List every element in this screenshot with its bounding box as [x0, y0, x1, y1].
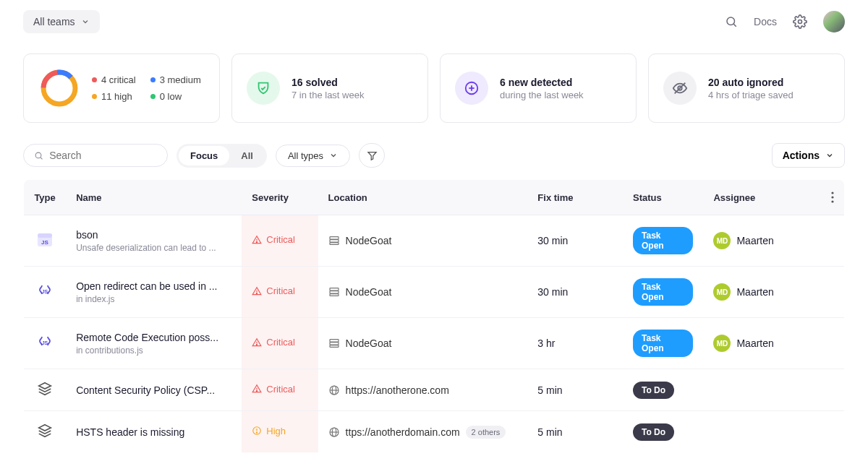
location-cell: NodeGoat [328, 286, 518, 298]
filter-button[interactable] [359, 143, 385, 168]
th-assignee: Assignee [703, 180, 820, 215]
ignored-card: 20 auto ignored 4 hrs of triage saved [648, 53, 845, 123]
new-detected-card: 6 new detected during the last week [440, 53, 637, 123]
severity-legend: 4 critical 3 medium 11 high 0 low [92, 74, 201, 102]
avatar[interactable] [823, 11, 845, 33]
svg-marker-43 [39, 425, 51, 431]
eye-off-icon [663, 72, 697, 105]
issue-name: Content Security Policy (CSP... [76, 384, 231, 396]
table-row[interactable]: HSTS header is missing High ttps://anoth… [24, 411, 845, 453]
status-pill: To Do [633, 423, 674, 441]
severity-summary-card: 4 critical 3 medium 11 high 0 low [23, 53, 220, 123]
type-icon: JS [36, 283, 54, 300]
search-input[interactable] [49, 150, 157, 161]
assignee: MDMaarten [713, 232, 810, 249]
svg-text:JS: JS [42, 289, 48, 294]
fix-time: 5 min [527, 369, 623, 411]
actions-button[interactable]: Actions [772, 143, 845, 168]
severity-label: High [252, 426, 286, 436]
search-button[interactable] [725, 15, 738, 28]
svg-line-12 [41, 157, 42, 158]
severity-donut [38, 67, 80, 109]
ignored-sub: 4 hrs of triage saved [708, 90, 793, 100]
legend-critical: 4 critical [92, 74, 136, 85]
svg-rect-18 [38, 233, 52, 238]
legend-low: 0 low [150, 91, 201, 102]
solved-card: 16 solved 7 in the last week [231, 53, 428, 123]
svg-point-0 [727, 17, 735, 25]
severity-label: Critical [252, 384, 295, 395]
issue-sub: in contributions.js [76, 345, 231, 356]
topbar-right: Docs [725, 11, 845, 33]
types-filter[interactable]: All types [276, 145, 350, 167]
chevron-down-icon [81, 17, 90, 26]
gear-icon [793, 14, 807, 29]
team-selector[interactable]: All teams [23, 10, 100, 33]
svg-point-33 [257, 344, 258, 345]
table-row[interactable]: JS Remote Code Execution poss... in cont… [24, 318, 845, 369]
svg-point-11 [35, 152, 41, 158]
svg-text:JS: JS [41, 239, 48, 246]
issue-name: Remote Code Execution poss... [76, 332, 231, 343]
svg-point-46 [257, 432, 258, 433]
search-input-wrap[interactable] [23, 144, 168, 167]
type-icon [37, 423, 53, 439]
svg-rect-34 [330, 340, 339, 342]
issue-sub: Unsafe deserialization can lead to ... [76, 243, 231, 253]
severity-label: Critical [252, 285, 295, 296]
svg-rect-28 [330, 288, 339, 291]
chevron-down-icon [329, 151, 338, 160]
issues-table: Type Name Severity Location Fix time Sta… [23, 179, 845, 453]
svg-point-21 [257, 241, 258, 242]
severity-label: Critical [252, 234, 295, 245]
th-name: Name [66, 180, 242, 215]
svg-marker-13 [367, 152, 375, 160]
assignee: MDMaarten [713, 335, 810, 352]
svg-point-2 [799, 20, 802, 24]
shield-check-icon [247, 72, 280, 105]
search-icon [725, 15, 738, 28]
th-location: Location [318, 180, 528, 215]
th-severity: Severity [242, 180, 318, 215]
table-row[interactable]: Content Security Policy (CSP... Critical… [24, 369, 845, 411]
solved-sub: 7 in the last week [292, 90, 364, 100]
status-pill: Task Open [633, 227, 693, 254]
status-pill: Task Open [633, 330, 693, 357]
type-icon: JS [36, 334, 54, 351]
table-row[interactable]: JS Open redirect can be used in ... in i… [24, 267, 845, 318]
assignee: MDMaarten [713, 283, 810, 301]
svg-point-39 [257, 391, 258, 392]
team-selector-label: All teams [33, 16, 75, 27]
new-sub: during the last week [500, 90, 584, 100]
svg-point-16 [831, 200, 833, 202]
severity-label: Critical [252, 337, 295, 348]
location-cell: NodeGoat [328, 235, 518, 246]
fix-time: 5 min [527, 411, 623, 453]
table-row[interactable]: JS bson Unsafe deserialization can lead … [24, 215, 845, 267]
assignee-avatar: MD [713, 283, 731, 301]
issues-table-wrap: Type Name Severity Location Fix time Sta… [0, 179, 868, 468]
th-type: Type [24, 180, 67, 215]
types-label: All types [288, 150, 323, 161]
focus-toggle: Focus All [176, 144, 267, 168]
th-fix: Fix time [527, 180, 623, 215]
kebab-icon [831, 192, 834, 203]
location-cell: ttps://anotherdomain.com2 others [328, 426, 518, 439]
issue-name: bson [76, 229, 231, 241]
svg-rect-23 [330, 240, 339, 242]
issue-name: Open redirect can be used in ... [76, 280, 231, 292]
ignored-title: 20 auto ignored [708, 77, 793, 88]
settings-button[interactable] [793, 14, 807, 29]
assignee-avatar: MD [713, 335, 731, 352]
legend-medium: 3 medium [150, 74, 201, 85]
stats-row: 4 critical 3 medium 11 high 0 low 16 sol… [0, 33, 868, 123]
location-cell: NodeGoat [328, 337, 518, 349]
chevron-down-icon [825, 151, 834, 160]
toggle-focus[interactable]: Focus [179, 146, 229, 165]
svg-rect-24 [330, 243, 339, 245]
docs-link[interactable]: Docs [754, 16, 777, 27]
legend-high: 11 high [92, 91, 136, 102]
th-menu[interactable] [821, 180, 845, 215]
svg-point-15 [831, 196, 833, 198]
toggle-all[interactable]: All [229, 146, 265, 165]
